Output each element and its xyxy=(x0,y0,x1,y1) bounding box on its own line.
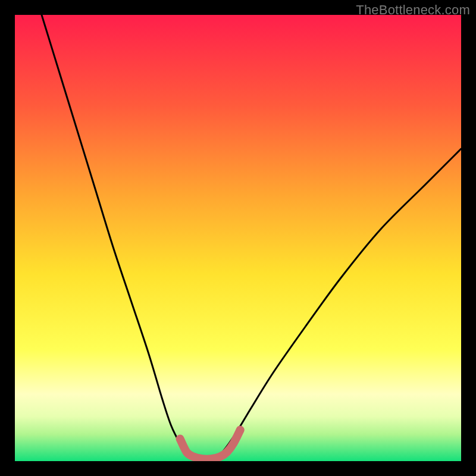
gradient-background xyxy=(15,15,461,461)
chart-frame xyxy=(15,15,461,461)
watermark-text: TheBottleneck.com xyxy=(356,2,470,18)
bottleneck-chart xyxy=(15,15,461,461)
